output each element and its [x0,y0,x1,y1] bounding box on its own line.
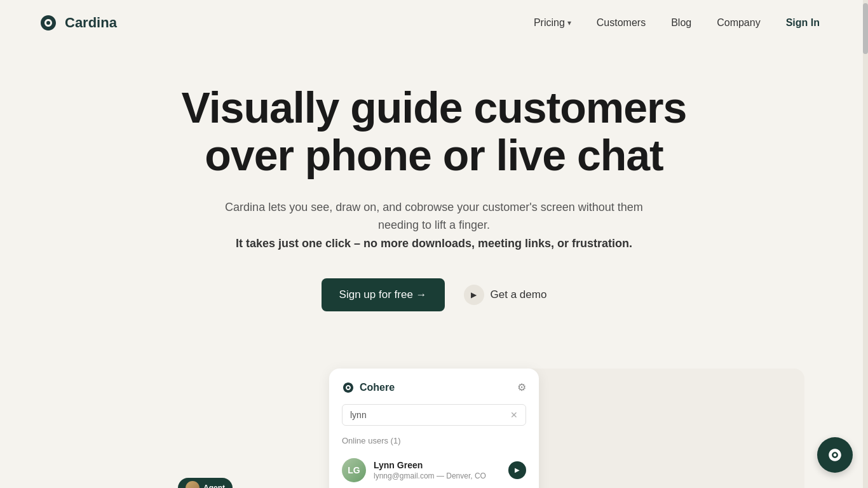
hero-section: Visually guide customers over phone or l… [0,46,868,369]
user-avatar: LG [342,458,366,482]
hero-subtitle: Cardina lets you see, draw on, and cobro… [218,198,650,253]
search-box[interactable]: lynn ✕ [342,404,526,426]
nav-blog[interactable]: Blog [661,12,702,34]
agent-avatar [186,481,200,488]
online-users-label: Online users (1) [342,436,526,445]
signup-button[interactable]: Sign up for free → [322,278,445,311]
play-icon: ▶ [464,285,484,305]
logo-link[interactable]: Cardina [38,13,117,33]
svg-point-0 [46,21,50,25]
chat-icon [827,447,843,463]
nav-customers[interactable]: Customers [587,12,656,34]
svg-point-2 [834,454,837,457]
scrollbar[interactable] [863,0,868,488]
nav-links: Pricing ▾ Customers Blog Company Sign In [524,12,830,34]
nav-pricing[interactable]: Pricing ▾ [524,12,581,34]
cohere-logo-icon [342,381,355,394]
logo-icon [38,13,58,33]
svg-point-1 [347,386,349,389]
preview-card: Cohere ⚙ lynn ✕ Online users (1) LG Lynn… [329,369,539,488]
dashboard-preview: Cohere ⚙ lynn ✕ Online users (1) LG Lynn… [0,369,868,488]
user-info: Lynn Green lynng@gmail.com — Denver, CO [374,460,501,480]
hero-cta: Sign up for free → ▶ Get a demo [13,278,855,311]
preview-background [506,369,804,488]
cohere-logo: Cohere [342,381,395,394]
card-header: Cohere ⚙ [342,381,526,394]
brand-name: Cardina [65,15,117,31]
sign-in-link[interactable]: Sign In [776,12,830,34]
scrollbar-thumb[interactable] [863,3,868,54]
chat-widget-button[interactable] [817,437,853,473]
user-email: lynng@gmail.com — Denver, CO [374,471,501,480]
user-row: LG Lynn Green lynng@gmail.com — Denver, … [342,452,526,488]
chevron-down-icon: ▾ [567,18,571,27]
agent-badge: Agent [178,478,233,488]
search-clear-icon[interactable]: ✕ [510,410,518,420]
hero-title: Visually guide customers over phone or l… [13,84,855,179]
navbar: Cardina Pricing ▾ Customers Blog Company… [0,0,868,46]
user-name: Lynn Green [374,460,501,470]
nav-company[interactable]: Company [707,12,770,34]
demo-button[interactable]: ▶ Get a demo [464,285,547,305]
gear-icon[interactable]: ⚙ [517,381,526,393]
start-session-button[interactable]: ▶ [508,461,526,479]
